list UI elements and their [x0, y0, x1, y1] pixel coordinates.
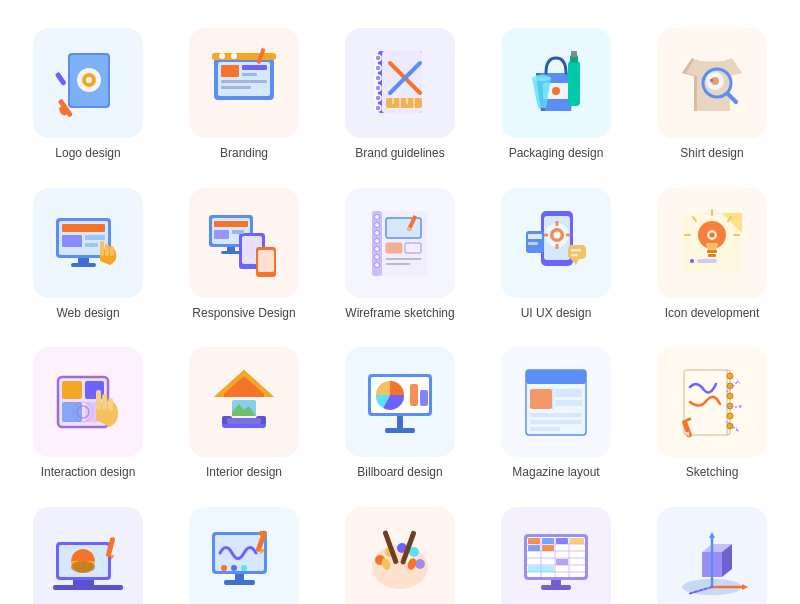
svg-rect-207	[528, 545, 540, 551]
icon-label: Responsive Design	[192, 306, 295, 322]
svg-point-22	[375, 65, 381, 71]
svg-rect-209	[556, 559, 568, 565]
list-item[interactable]: Billboard design	[322, 339, 478, 489]
svg-rect-36	[568, 61, 580, 106]
icon-label: Branding	[220, 146, 268, 162]
icon-grid: Logo design Branding	[0, 0, 800, 604]
list-item[interactable]: Fine art	[322, 499, 478, 604]
list-item[interactable]: Shirt design	[634, 20, 790, 170]
svg-marker-160	[737, 378, 741, 384]
svg-rect-64	[232, 230, 244, 234]
svg-point-109	[710, 232, 715, 237]
svg-rect-11	[242, 65, 267, 70]
svg-marker-218	[709, 532, 715, 538]
list-item[interactable]: Wireframe sketching	[322, 180, 478, 330]
svg-rect-50	[85, 243, 98, 247]
list-item[interactable]: Packaging design	[478, 20, 634, 170]
svg-rect-29	[386, 98, 422, 108]
icon-label: Packaging design	[509, 146, 604, 162]
svg-point-25	[375, 95, 381, 101]
list-item[interactable]: Responsive Design	[166, 180, 322, 330]
list-item[interactable]: Brand guidelines	[322, 20, 478, 170]
svg-rect-168	[53, 585, 123, 590]
svg-rect-44	[710, 79, 713, 82]
svg-rect-66	[221, 251, 241, 254]
svg-point-23	[375, 75, 381, 81]
svg-rect-114	[85, 381, 104, 399]
svg-rect-210	[528, 566, 554, 572]
list-item[interactable]: Web design	[10, 180, 166, 330]
svg-point-74	[375, 254, 380, 259]
icon-label: Interaction design	[41, 465, 136, 481]
icon-label: Magazine layout	[512, 465, 599, 481]
svg-rect-208	[542, 545, 554, 551]
svg-rect-47	[62, 224, 105, 232]
icon-label: Icon development	[665, 306, 760, 322]
list-item[interactable]: Interaction design	[10, 339, 166, 489]
svg-rect-142	[530, 413, 582, 417]
list-item[interactable]: Magazine layout	[478, 339, 634, 489]
list-item[interactable]: Prototype grid	[478, 499, 634, 604]
svg-rect-94	[528, 242, 538, 245]
svg-rect-119	[108, 398, 113, 411]
svg-rect-62	[214, 221, 248, 227]
svg-point-188	[415, 559, 425, 569]
list-item[interactable]: 3D modelling	[634, 499, 790, 604]
svg-rect-95	[568, 245, 586, 259]
svg-rect-55	[110, 246, 114, 256]
svg-rect-134	[420, 390, 428, 406]
list-item[interactable]: Interior design	[166, 339, 322, 489]
list-item[interactable]: Branding	[166, 20, 322, 170]
svg-rect-14	[221, 86, 251, 89]
svg-rect-133	[410, 384, 418, 406]
svg-rect-205	[556, 538, 568, 544]
svg-point-26	[375, 105, 381, 111]
svg-rect-204	[542, 538, 554, 544]
svg-point-153	[727, 423, 733, 429]
svg-rect-115	[62, 402, 82, 422]
svg-marker-161	[738, 405, 742, 409]
svg-point-110	[690, 259, 694, 263]
svg-rect-61	[258, 250, 274, 272]
svg-point-21	[375, 55, 381, 61]
svg-rect-101	[707, 250, 717, 253]
svg-point-71	[375, 230, 380, 235]
list-item[interactable]: Icon development	[634, 180, 790, 330]
icon-label: Logo design	[55, 146, 120, 162]
svg-rect-113	[62, 381, 82, 399]
list-item[interactable]: Digital artwork	[166, 499, 322, 604]
icon-label: UI UX design	[521, 306, 592, 322]
icon-label: Brand guidelines	[355, 146, 444, 162]
svg-point-70	[375, 222, 380, 227]
svg-rect-91	[566, 233, 571, 236]
svg-rect-7	[55, 72, 67, 86]
svg-rect-53	[100, 241, 104, 256]
svg-rect-54	[105, 244, 109, 256]
svg-point-39	[532, 75, 551, 81]
svg-rect-141	[555, 400, 582, 406]
svg-marker-162	[735, 426, 739, 432]
svg-marker-220	[742, 584, 748, 590]
svg-rect-212	[541, 585, 571, 590]
svg-rect-93	[528, 234, 542, 239]
svg-point-166	[71, 561, 95, 573]
svg-rect-136	[385, 428, 415, 433]
svg-rect-118	[102, 394, 107, 410]
svg-point-69	[375, 214, 380, 219]
svg-point-73	[375, 246, 380, 251]
svg-point-151	[727, 403, 733, 409]
list-item[interactable]: UI UX design	[478, 180, 634, 330]
svg-rect-63	[214, 230, 229, 239]
list-item[interactable]: Sketching	[634, 339, 790, 489]
icon-label: Shirt design	[680, 146, 743, 162]
list-item[interactable]: Logo design	[10, 20, 166, 170]
svg-point-35	[552, 87, 560, 95]
svg-rect-139	[530, 389, 552, 409]
svg-rect-77	[386, 243, 402, 253]
icon-label: Web design	[56, 306, 119, 322]
svg-rect-135	[397, 416, 403, 430]
list-item[interactable]: Vector illustration	[10, 499, 166, 604]
svg-rect-98	[571, 254, 578, 257]
svg-rect-203	[528, 538, 540, 544]
svg-rect-138	[526, 370, 586, 384]
